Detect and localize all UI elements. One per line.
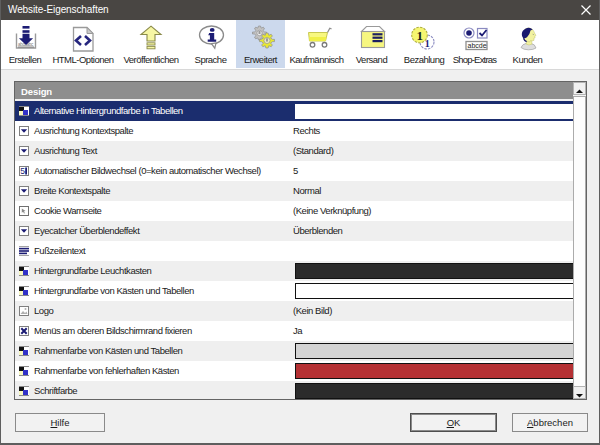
svg-text:5: 5 xyxy=(20,166,25,176)
svg-text:1: 1 xyxy=(417,28,424,43)
svg-text:abcde: abcde xyxy=(467,42,486,49)
